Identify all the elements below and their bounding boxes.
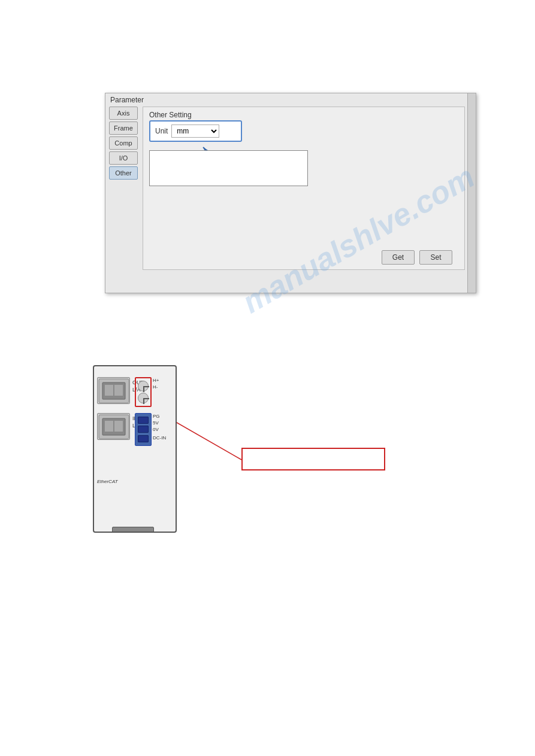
screw-circle-1 xyxy=(138,381,149,391)
port-in xyxy=(97,413,130,440)
bottom-connector xyxy=(112,527,154,533)
screw-labels: H+ H- xyxy=(153,377,159,390)
nav-other-button[interactable]: Other xyxy=(109,166,138,180)
dialog-scrollbar[interactable] xyxy=(467,93,476,293)
text-area-box xyxy=(149,150,308,186)
terminal-block xyxy=(135,413,152,446)
screw-circle-2 xyxy=(138,393,149,403)
nav-frame-button[interactable]: Frame xyxy=(109,122,138,135)
screw-terminals xyxy=(135,377,152,407)
dc-in-label: DC-IN xyxy=(153,435,166,441)
svg-rect-6 xyxy=(114,385,123,396)
unit-label: Unit xyxy=(155,127,168,135)
section-title: Other Setting xyxy=(149,111,192,119)
bottom-buttons: Get Set xyxy=(382,250,452,265)
nav-io-button[interactable]: I/O xyxy=(109,151,138,165)
hardware-section: OUT L/A IN L/A H xyxy=(93,353,416,551)
content-area: Other Setting Unit mm inch pulse Get Set xyxy=(143,107,465,270)
callout-box xyxy=(241,448,385,470)
svg-rect-9 xyxy=(105,421,113,432)
terminal-slot-3 xyxy=(138,435,149,442)
ethercat-label: EtherCAT xyxy=(97,479,118,484)
terminal-slot-1 xyxy=(138,417,149,424)
unit-group: Unit mm inch pulse xyxy=(149,120,242,142)
unit-select[interactable]: mm inch pulse xyxy=(171,125,219,138)
terminal-slot-2 xyxy=(138,426,149,433)
svg-rect-5 xyxy=(105,385,113,396)
svg-rect-10 xyxy=(114,421,123,432)
nav-buttons: Axis Frame Comp I/O Other xyxy=(109,107,138,180)
dialog-title: Parameter xyxy=(110,96,144,104)
nav-axis-button[interactable]: Axis xyxy=(109,107,138,120)
set-button[interactable]: Set xyxy=(419,250,452,265)
nav-comp-button[interactable]: Comp xyxy=(109,136,138,150)
port-out xyxy=(97,377,130,404)
parameter-dialog: Parameter Axis Frame Comp I/O Other Othe… xyxy=(105,93,476,293)
terminal-labels: PG 5V 0V DC-IN xyxy=(153,413,166,441)
device-box: OUT L/A IN L/A H xyxy=(93,365,177,533)
get-button[interactable]: Get xyxy=(382,250,415,265)
